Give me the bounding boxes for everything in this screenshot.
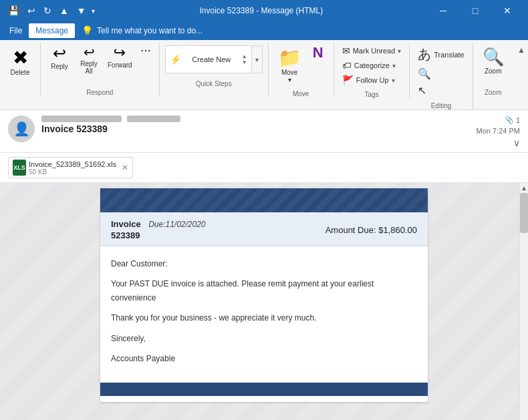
forward-button[interactable]: ↩ Forward [105,44,135,70]
close-button[interactable]: ✕ [492,0,523,21]
window-controls: ─ □ ✕ [428,0,523,21]
reply-label: Reply [51,63,68,70]
email-body-text-2: Thank you for your business - we appreci… [111,311,417,325]
move-button[interactable]: 📁 Move▾ [274,44,305,86]
quick-steps-content: ⚡ Create New ▲ ▼ ▾ [165,44,263,77]
minimize-button[interactable]: ─ [428,0,458,21]
onenote-icon: N [313,45,323,60]
respond-group-content: ↩ Reply ↩ ReplyAll ↩ Forward ⋯ [46,44,154,87]
follow-up-label: Follow Up [356,76,389,84]
save-button[interactable]: 💾 [5,4,22,17]
collapse-ribbon-button[interactable]: ▲ [517,45,525,55]
sender-avatar: 👤 [8,116,35,142]
avatar-icon: 👤 [13,121,30,137]
tags-group-label: Tags [364,89,378,98]
cursor-icon: ↖ [418,84,426,97]
scroll-up-button[interactable]: ▲ [519,183,528,192]
mark-unread-label: Mark Unread [353,47,396,55]
paperclip-icon: 📎 [505,116,514,124]
up-button[interactable]: ▲ [57,4,72,17]
header-stripe [100,188,428,212]
sender-bar-1 [41,116,122,122]
reply-all-button[interactable]: ↩ ReplyAll [76,44,102,76]
editing-group-label: Editing [431,101,452,110]
expand-email-button[interactable]: ∨ [513,138,520,148]
sender-bar-2 [127,116,180,122]
search-email-button[interactable]: 🔍 [415,66,467,81]
menu-file[interactable]: File [3,23,29,38]
translate-button[interactable]: あ Translate [415,44,467,65]
quick-steps-dropdown[interactable]: ▾ [252,45,263,73]
invoice-label: Invoice [111,219,141,229]
tell-me-box[interactable]: 💡 Tell me what you want to do... [75,23,209,39]
scroll-thumb[interactable] [520,193,528,233]
more-respond-button[interactable]: ⋯ [138,44,154,57]
delete-label: Delete [11,69,30,76]
cursor-button[interactable]: ↖ [415,83,467,98]
ribbon-group-editing: あ Translate 🔍 ↖ Editing [410,43,473,110]
translate-icon: あ [418,45,431,63]
invoice-due: Due:11/02/2020 [148,220,205,229]
title-bar-left: 💾 ↩ ↻ ▲ ▼ ▾ [5,4,95,17]
categorize-label: Categorize [354,61,390,69]
reply-icon: ↩ [53,45,66,61]
email-body-text-1: Your PAST DUE invoice is attached. Pleas… [111,277,417,304]
email-header-right: 📎 1 Mon 7:24 PM ∨ [477,116,520,148]
zoom-button[interactable]: 🔍 Zoom [479,44,508,77]
email-body-container: Invoice Due:11/02/2020 523389 Amount Due… [0,183,528,420]
categorize-button[interactable]: 🏷 Categorize ▾ [340,59,404,72]
follow-up-icon: 🚩 [342,75,354,85]
editing-group-content: あ Translate 🔍 ↖ [415,44,467,101]
follow-up-dropdown: ▾ [392,77,395,84]
title-bar: 💾 ↩ ↻ ▲ ▼ ▾ Invoice 523389 - Message (HT… [0,0,528,21]
move-group-label: Move [293,89,309,97]
zoom-group-content: 🔍 Zoom [479,44,508,87]
menu-bar: File Message 💡 Tell me what you want to … [0,21,528,40]
scrollbar[interactable]: ▲ ▼ [519,183,528,420]
follow-up-button[interactable]: 🚩 Follow Up ▾ [340,73,404,87]
xls-icon: XLS [13,160,26,176]
email-subject: Invoice 523389 [41,124,470,134]
editing-col: あ Translate 🔍 ↖ [415,44,467,98]
attachment-details: Invoice_523389_51692.xls 50 KB [29,160,116,176]
forward-label: Forward [108,61,132,69]
respond-group-label: Respond [86,87,113,96]
sender-line [41,116,470,122]
redo-button[interactable]: ↻ [41,4,54,17]
invoice-number: 523389 [111,230,206,240]
create-new-button[interactable]: ⚡ Create New ▲ ▼ [165,45,252,73]
ribbon-collapse-area: ▲ [515,43,528,57]
attachment-number: 1 [516,116,520,124]
categorize-icon: 🏷 [342,60,352,71]
delete-group-content: ✖ Delete [5,44,35,96]
ribbon-groups: ✖ Delete ↩ Reply ↩ ReplyAll ↩ Forward [0,43,528,110]
mark-unread-icon: ✉ [342,45,350,56]
more-icon: ⋯ [140,45,151,56]
tags-col: ✉ Mark Unread ▾ 🏷 Categorize ▾ 🚩 Follow … [340,44,404,87]
ribbon-group-delete: ✖ Delete [0,43,41,96]
tags-group-content: ✉ Mark Unread ▾ 🏷 Categorize ▾ 🚩 Follow … [340,44,404,89]
down-button[interactable]: ▼ [74,4,89,17]
maximize-button[interactable]: □ [460,0,491,21]
reply-button[interactable]: ↩ Reply [46,44,73,71]
email-greeting: Dear Customer: [111,257,417,270]
invoice-num-col: Invoice Due:11/02/2020 523389 [111,219,206,240]
delete-icon: ✖ [13,47,28,69]
email-header: 👤 Invoice 523389 📎 1 Mon 7:24 PM ∨ [0,110,528,153]
mark-unread-button[interactable]: ✉ Mark Unread ▾ [340,44,404,57]
move-icon: 📁 [278,47,301,69]
attachment-item[interactable]: XLS Invoice_523389_51692.xls 50 KB ✕ [8,157,133,178]
attachment-close-icon[interactable]: ✕ [122,163,128,172]
quick-access-toolbar: 💾 ↩ ↻ ▲ ▼ ▾ [5,4,95,17]
undo-button[interactable]: ↩ [25,4,38,17]
zoom-label: Zoom [485,67,502,75]
email-date: Mon 7:24 PM [477,127,520,135]
amount-due: Amount Due: $1,860.00 [325,225,417,235]
reply-all-label: ReplyAll [80,60,98,75]
ribbon-group-respond: ↩ Reply ↩ ReplyAll ↩ Forward ⋯ Respond [41,43,160,96]
quick-steps-label: Quick Steps [165,79,263,87]
menu-message[interactable]: Message [29,23,75,38]
delete-button[interactable]: ✖ Delete [5,44,35,79]
onenote-button[interactable]: N [308,44,328,61]
invoice-info-bar: Invoice Due:11/02/2020 523389 Amount Due… [100,212,428,246]
